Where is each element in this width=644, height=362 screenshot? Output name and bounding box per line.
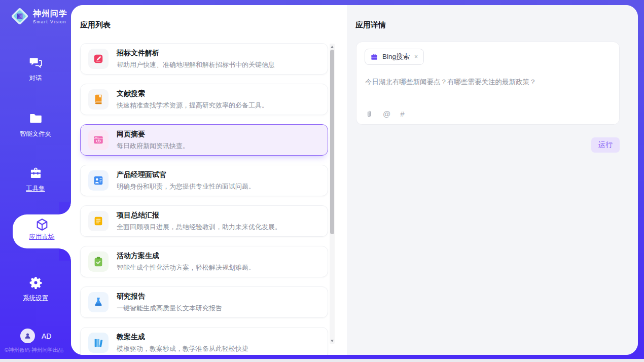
tab-curve-bottom	[59, 248, 71, 261]
brand-logo: 神州问学 Smart Vision	[10, 7, 67, 26]
sidebar: 神州问学 Smart Vision 对话 智能文件夹 工具集 应用市场	[0, 0, 71, 359]
app-detail-panel: 应用详情 Bing搜索 × 今日湖北有哪些新闻要点？有哪些需要关注的最新政策？ …	[347, 5, 638, 355]
sidebar-item-smart-folder[interactable]: 智能文件夹	[0, 112, 71, 138]
app-card-desc: 模板驱动，教案秒成，教学准备从此轻松快捷	[117, 344, 248, 353]
browser-code-icon	[88, 130, 109, 150]
app-card-title: 研究报告	[117, 292, 222, 301]
diamond-logo-icon	[10, 7, 29, 26]
app-card-desc: 快速精准查找学术资源，提高研究效率的必备工具。	[117, 101, 268, 110]
app-card-research-report[interactable]: 研究报告 一键智能生成高质量长文本研究报告	[80, 286, 328, 318]
app-card-pm-interviewer[interactable]: 产品经理面试官 明确身份和职责，为您提供专业性的面试问题。	[80, 165, 328, 196]
sidebar-item-settings[interactable]: 系统设置	[0, 276, 71, 303]
sidebar-item-app-market[interactable]: 应用市场	[13, 214, 71, 248]
card-text: 活动方案生成 智能生成个性化活动方案，轻松解决规划难题。	[117, 251, 255, 272]
app-card-desc: 每日政府新闻资讯快查。	[117, 141, 189, 151]
user-account[interactable]: AD	[20, 329, 51, 343]
app-card-desc: 智能生成个性化活动方案，轻松解决规划难题。	[117, 263, 255, 272]
sidebar-item-label: 智能文件夹	[0, 130, 71, 138]
sidebar-item-label: 系统设置	[0, 294, 71, 303]
app-card-title: 产品经理面试官	[117, 170, 255, 179]
flask-icon	[88, 292, 109, 312]
app-card-title: 活动方案生成	[117, 251, 255, 261]
brand-name: 神州问学	[33, 9, 67, 19]
tool-tag-bing-search[interactable]: Bing搜索 ×	[365, 49, 424, 65]
book-icon	[88, 89, 109, 110]
cube-icon	[35, 218, 49, 232]
main-content: 应用列表 招标文件解析 帮助用户快速、准确地理解和解析招标书中的关键信息	[71, 5, 638, 355]
app-list-title: 应用列表	[80, 20, 111, 30]
folder-icon	[29, 112, 43, 125]
prompt-card[interactable]: Bing搜索 × 今日湖北有哪些新闻要点？有哪些需要关注的最新政策？ @ #	[356, 42, 620, 125]
app-card-event-plan[interactable]: 活动方案生成 智能生成个性化活动方案，轻松解决规划难题。	[80, 246, 328, 277]
toolbox-icon	[29, 166, 43, 180]
mention-icon[interactable]: @	[383, 110, 390, 118]
avatar	[20, 329, 35, 343]
scroll-up-arrow[interactable]	[330, 44, 335, 49]
app-card-bid-analysis[interactable]: 招标文件解析 帮助用户快速、准确地理解和解析招标书中的关键信息	[80, 43, 328, 75]
app-detail-title: 应用详情	[355, 20, 386, 30]
sidebar-item-label: 应用市场	[13, 233, 71, 241]
tool-tag-label: Bing搜索	[382, 52, 410, 61]
sidebar-item-chat[interactable]: 对话	[0, 56, 71, 83]
card-text: 研究报告 一键智能生成高质量长文本研究报告	[117, 292, 222, 313]
app-cards: 招标文件解析 帮助用户快速、准确地理解和解析招标书中的关键信息 文献搜索 快速精…	[80, 43, 328, 355]
app-card-lesson-plan[interactable]: 教案生成 模板驱动，教案秒成，教学准备从此轻松快捷	[80, 327, 328, 355]
sidebar-item-label: 对话	[0, 74, 71, 83]
paperclip-icon[interactable]	[365, 110, 373, 118]
brand-subtitle: Smart Vision	[33, 19, 67, 24]
clipboard-check-icon	[88, 251, 109, 272]
app-card-desc: 明确身份和职责，为您提供专业性的面试问题。	[117, 182, 255, 191]
user-avatar-icon	[23, 332, 32, 340]
app-card-title: 文献搜索	[117, 89, 268, 98]
sidebar-footer: ©神州数码·神州问学出品	[5, 347, 63, 354]
briefcase-icon	[370, 53, 378, 61]
card-text: 网页摘要 每日政府新闻资讯快查。	[117, 130, 189, 151]
chat-icon	[29, 56, 43, 69]
app-card-title: 项目总结汇报	[117, 211, 281, 220]
run-button[interactable]: 运行	[591, 137, 620, 153]
card-text: 教案生成 模板驱动，教案秒成，教学准备从此轻松快捷	[117, 333, 248, 353]
hash-icon[interactable]: #	[400, 110, 404, 118]
user-name: AD	[42, 332, 51, 340]
scroll-down-arrow[interactable]	[330, 338, 335, 343]
app-card-title: 网页摘要	[117, 130, 189, 139]
app-card-desc: 一键智能生成高质量长文本研究报告	[117, 304, 222, 313]
sidebar-item-toolbox[interactable]: 工具集	[0, 166, 71, 193]
note-icon	[88, 211, 109, 231]
app-list-panel: 应用列表 招标文件解析 帮助用户快速、准确地理解和解析招标书中的关键信息	[71, 5, 347, 355]
books-icon	[88, 333, 109, 353]
scrollbar-thumb[interactable]	[330, 50, 334, 234]
close-icon[interactable]: ×	[414, 53, 418, 60]
sidebar-item-label: 工具集	[0, 185, 71, 193]
document-edit-icon	[88, 49, 109, 69]
app-card-project-summary[interactable]: 项目总结汇报 全面回顾项目进展，总结经验教训，助力未来优化发展。	[80, 205, 328, 237]
app-card-desc: 帮助用户快速、准确地理解和解析招标书中的关键信息	[117, 60, 275, 69]
app-card-web-summary[interactable]: 网页摘要 每日政府新闻资讯快查。	[80, 124, 328, 156]
gear-icon	[29, 276, 43, 289]
composer-toolbar: @ #	[365, 110, 405, 118]
interviewer-icon	[88, 170, 109, 191]
brand-text: 神州问学 Smart Vision	[33, 9, 67, 24]
tab-curve-top	[59, 202, 71, 214]
app-card-title: 招标文件解析	[117, 49, 275, 58]
card-text: 文献搜索 快速精准查找学术资源，提高研究效率的必备工具。	[117, 89, 268, 110]
card-text: 项目总结汇报 全面回顾项目进展，总结经验教训，助力未来优化发展。	[117, 211, 281, 232]
app-card-title: 教案生成	[117, 333, 248, 342]
app-list-scrollbar[interactable]	[330, 44, 335, 344]
card-text: 产品经理面试官 明确身份和职责，为您提供专业性的面试问题。	[117, 170, 255, 191]
app-card-desc: 全面回顾项目进展，总结经验教训，助力未来优化发展。	[117, 223, 281, 232]
prompt-text[interactable]: 今日湖北有哪些新闻要点？有哪些需要关注的最新政策？	[365, 77, 609, 87]
card-text: 招标文件解析 帮助用户快速、准确地理解和解析招标书中的关键信息	[117, 49, 275, 69]
app-card-literature-search[interactable]: 文献搜索 快速精准查找学术资源，提高研究效率的必备工具。	[80, 84, 328, 115]
